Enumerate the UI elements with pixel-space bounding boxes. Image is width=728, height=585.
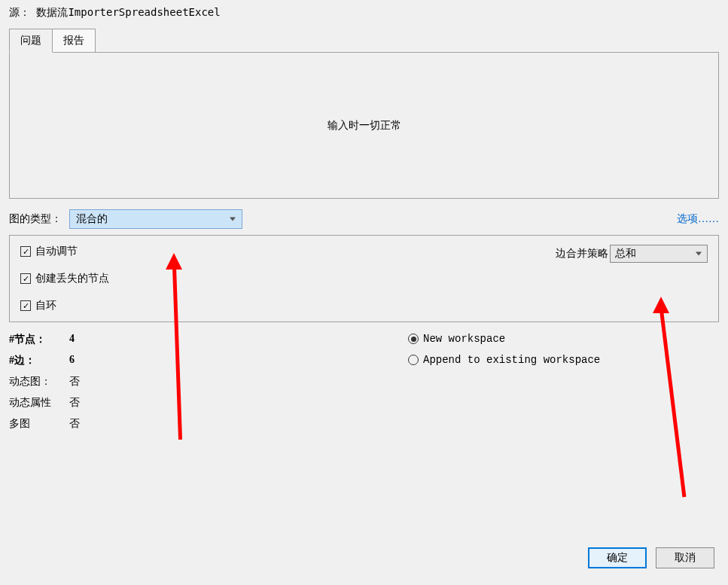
stat-dynamic-graph: 动态图： 否 bbox=[9, 375, 220, 388]
ok-button[interactable]: 确定 bbox=[588, 547, 647, 568]
stat-dynamic-graph-value: 否 bbox=[69, 375, 80, 388]
stats-col: #节点： 4 #边： 6 动态图： 否 动态属性 否 多图 否 bbox=[9, 333, 220, 431]
chevron-down-icon bbox=[696, 252, 702, 256]
radio-append-workspace-label: Append to existing workspace bbox=[423, 354, 600, 366]
tab-issues-label: 问题 bbox=[20, 35, 41, 46]
tab-report-label: 报告 bbox=[63, 35, 84, 46]
cancel-button-label: 取消 bbox=[675, 551, 696, 565]
stat-edges-label: #边： bbox=[9, 354, 69, 367]
source-label: 源： bbox=[9, 6, 30, 18]
checkbox-create-missing-nodes[interactable]: ✓ 创建丢失的节点 bbox=[20, 272, 109, 285]
tab-bar: 问题 报告 bbox=[9, 29, 719, 52]
radio-new-workspace[interactable]: New workspace bbox=[408, 333, 600, 345]
stat-dynamic-attr-label: 动态属性 bbox=[9, 396, 69, 410]
merge-strategy-row: 边合并策略 总和 bbox=[556, 245, 708, 263]
source-value: 数据流ImporterSpreadsheetExcel bbox=[36, 6, 220, 18]
checkbox-group: ✓ 自动调节 ✓ 创建丢失的节点 ✓ 自环 bbox=[20, 245, 109, 312]
graph-type-row: 图的类型： 混合的 选项…… bbox=[9, 209, 719, 229]
radio-new-workspace-label: New workspace bbox=[423, 333, 505, 345]
options-link[interactable]: 选项…… bbox=[677, 212, 719, 226]
graph-type-value: 混合的 bbox=[76, 212, 108, 226]
stat-edges: #边： 6 bbox=[9, 354, 220, 367]
stat-dynamic-attr: 动态属性 否 bbox=[9, 396, 220, 410]
tab-issues[interactable]: 问题 bbox=[9, 29, 53, 53]
merge-strategy-select[interactable]: 总和 bbox=[610, 245, 708, 263]
stat-multigraph: 多图 否 bbox=[9, 417, 220, 431]
options-panel: ✓ 自动调节 ✓ 创建丢失的节点 ✓ 自环 边合并策略 总和 bbox=[9, 235, 719, 322]
ok-button-label: 确定 bbox=[607, 551, 628, 565]
source-row: 源： 数据流ImporterSpreadsheetExcel bbox=[9, 6, 719, 20]
checkbox-self-loop[interactable]: ✓ 自环 bbox=[20, 299, 109, 312]
stat-nodes-value: 4 bbox=[69, 333, 75, 346]
stats-row: #节点： 4 #边： 6 动态图： 否 动态属性 否 多图 否 New work… bbox=[9, 333, 719, 431]
radio-icon bbox=[408, 334, 419, 344]
stat-multigraph-value: 否 bbox=[69, 417, 80, 431]
tab-report[interactable]: 报告 bbox=[52, 29, 96, 52]
merge-strategy-value: 总和 bbox=[615, 247, 636, 261]
graph-type-select[interactable]: 混合的 bbox=[69, 209, 242, 229]
button-row: 确定 取消 bbox=[588, 547, 714, 568]
stat-nodes-label: #节点： bbox=[9, 333, 69, 346]
checkbox-self-loop-label: 自环 bbox=[35, 299, 56, 312]
issues-panel: 输入时一切正常 bbox=[9, 52, 719, 199]
checkbox-icon: ✓ bbox=[20, 273, 31, 284]
checkbox-icon: ✓ bbox=[20, 300, 31, 311]
checkbox-create-missing-label: 创建丢失的节点 bbox=[35, 272, 109, 285]
merge-strategy-label: 边合并策略 bbox=[556, 247, 608, 261]
graph-type-label: 图的类型： bbox=[9, 212, 62, 226]
checkbox-auto-adjust[interactable]: ✓ 自动调节 bbox=[20, 245, 109, 258]
stat-multigraph-label: 多图 bbox=[9, 417, 69, 431]
stat-edges-value: 6 bbox=[69, 354, 75, 367]
radio-append-workspace[interactable]: Append to existing workspace bbox=[408, 354, 600, 366]
checkbox-icon: ✓ bbox=[20, 246, 31, 257]
stat-dynamic-graph-label: 动态图： bbox=[9, 375, 69, 388]
radio-icon bbox=[408, 355, 419, 365]
workspace-col: New workspace Append to existing workspa… bbox=[408, 333, 600, 431]
stat-nodes: #节点： 4 bbox=[9, 333, 220, 346]
stat-dynamic-attr-value: 否 bbox=[69, 396, 80, 410]
chevron-down-icon bbox=[230, 218, 236, 221]
checkbox-auto-adjust-label: 自动调节 bbox=[35, 245, 78, 258]
cancel-button[interactable]: 取消 bbox=[656, 547, 714, 568]
import-status-message: 输入时一切正常 bbox=[327, 119, 401, 133]
